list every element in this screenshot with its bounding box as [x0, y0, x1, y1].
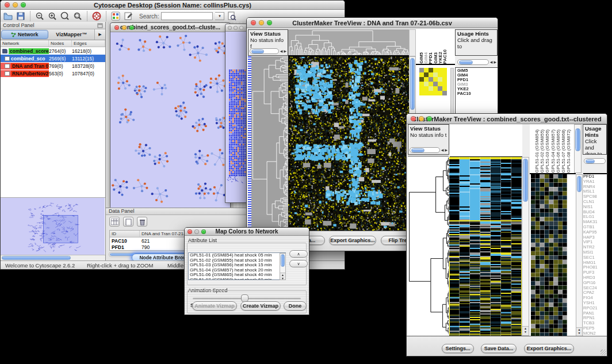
network-view-window: combined_scores_good.txt--cluste... — [110, 22, 231, 208]
minimize-icon[interactable] — [122, 25, 127, 30]
column-dendrogram[interactable] — [288, 29, 409, 56]
usage-zoom-slider[interactable] — [457, 59, 496, 65]
minimize-icon[interactable] — [194, 229, 199, 234]
search-dropdown-icon[interactable]: ▼ — [215, 12, 224, 20]
similarity-minimap[interactable] — [419, 68, 447, 95]
view-status-panel: View Status No status info t — [408, 124, 449, 155]
close-icon[interactable] — [251, 20, 256, 25]
main-titlebar[interactable]: Cytoscape Desktop (Session Name: collins… — [1, 1, 345, 10]
more-tabs-icon[interactable] — [95, 29, 105, 40]
row-label: PAC10 — [457, 91, 496, 96]
network-row[interactable]: DNA and Tran 07 769(0) 183728(0) — [1, 62, 105, 70]
row-dendrogram[interactable] — [408, 156, 449, 335]
treeview-combined-title: ClusterMaker TreeView : combined_scores_… — [407, 116, 607, 122]
zoom-slider[interactable] — [410, 147, 447, 153]
minimize-icon[interactable] — [259, 20, 264, 25]
network-type-icon — [2, 49, 7, 53]
heatmap-dna[interactable] — [288, 56, 409, 232]
control-panel-tabs: Network VizMapper™ — [1, 29, 105, 40]
close-icon[interactable] — [228, 26, 232, 30]
usage-hints-panel: Usage Hints Click and drag to — [583, 124, 607, 155]
save-data-button[interactable]: Save Data... — [481, 344, 517, 353]
control-panel: Control Panel Network VizMapper™ Network… — [1, 22, 106, 260]
animate-vizmap-button[interactable]: Animate Vizmap — [192, 301, 237, 311]
resize-grip[interactable] — [600, 350, 606, 355]
float-panel-icon[interactable] — [97, 23, 103, 28]
zoom-window-icon[interactable] — [21, 2, 26, 7]
tab-vizmapper[interactable]: VizMapper™ — [49, 29, 95, 40]
zoom-slider[interactable] — [250, 48, 286, 54]
search-input[interactable] — [161, 12, 213, 20]
zoom-region-icon[interactable] — [72, 11, 83, 21]
zoom-window-icon[interactable] — [239, 26, 243, 30]
dialog-titlebar[interactable]: Map Colors to Network — [185, 228, 309, 236]
column-labels-scrollbar[interactable] — [574, 124, 582, 173]
treeview-combined-buttonbar: Settings... Save Data... Export Graphics… — [407, 336, 607, 356]
close-icon[interactable] — [5, 2, 10, 7]
save-session-icon[interactable] — [16, 11, 26, 21]
usage-zoom-slider[interactable] — [584, 158, 606, 164]
minimize-icon[interactable] — [13, 2, 18, 7]
zoom-out-icon[interactable] — [35, 11, 45, 21]
birdseye-view[interactable] — [1, 197, 105, 255]
attribute-list-scrollbar[interactable] — [280, 253, 286, 280]
close-icon[interactable] — [188, 229, 192, 234]
column-label: GPL51-04 (GSM857) — [550, 129, 556, 173]
status-zoom-hint: Right-click + drag to ZOOM — [87, 262, 153, 269]
heatmap-combined[interactable] — [449, 157, 522, 336]
zoom-in-icon[interactable] — [47, 11, 58, 21]
zoom-window-icon[interactable] — [267, 20, 272, 25]
tab-network[interactable]: Network — [1, 30, 48, 39]
view-status-panel: View Status No status info f — [248, 29, 288, 56]
column-label: GIM3 — [433, 52, 438, 64]
network-row[interactable]: combined_scores 2764(0) 16218(0) — [1, 47, 105, 55]
search-label: Search: — [139, 13, 159, 20]
column-label: GPL51-08 (GSM872) — [566, 129, 571, 173]
grid-window-titlebar[interactable] — [225, 24, 247, 32]
close-icon[interactable] — [114, 25, 119, 30]
filter-icon[interactable] — [227, 11, 237, 21]
settings-button[interactable]: Settings... — [442, 344, 474, 353]
treeview-dna-titlebar[interactable]: ClusterMaker TreeView : DNA and Tran 07-… — [247, 18, 498, 28]
zoom-window-icon[interactable] — [129, 25, 134, 30]
desktop: Cytoscape Desktop (Session Name: collins… — [0, 0, 612, 364]
zoom-window-icon[interactable] — [427, 116, 432, 121]
minimize-icon[interactable] — [234, 26, 238, 30]
help-lifesaver-icon[interactable] — [91, 11, 102, 21]
network-row[interactable]: RNAPuberNov2+ 563(0) 107847(0) — [1, 70, 105, 77]
attribute-list[interactable]: GPL51-01 (GSM854) heat shock 05 minGPL51… — [188, 252, 286, 280]
network-row[interactable]: combined_sco 2569(6) 13112(15) — [1, 55, 105, 62]
column-label: PFD1 — [428, 52, 433, 64]
zoom-window-icon[interactable] — [201, 229, 206, 234]
delete-attribute-icon[interactable] — [137, 217, 147, 227]
top-scroll-strip[interactable] — [409, 29, 416, 56]
attribute-table-icon[interactable] — [109, 217, 120, 227]
treeview-combined-titlebar[interactable]: ClusterMaker TreeView : combined_scores_… — [407, 114, 607, 124]
zoom-heatmap[interactable] — [531, 174, 567, 337]
status-welcome: Welcome to Cytoscape 2.6.2 — [5, 262, 75, 269]
move-down-button[interactable]: ∨ — [289, 260, 308, 267]
network-canvas[interactable] — [110, 32, 230, 208]
network-view-titlebar[interactable]: combined_scores_good.txt--cluste... — [110, 23, 230, 32]
create-vizmap-button[interactable]: Create Vizmap — [240, 301, 281, 311]
annotation-icon[interactable] — [123, 11, 133, 21]
treeview-combined-window: ClusterMaker TreeView : combined_scores_… — [406, 113, 607, 357]
grid-network-canvas[interactable] — [225, 32, 247, 202]
zoom-heatmap-scrollbar[interactable] — [576, 174, 583, 337]
new-attribute-icon[interactable] — [123, 217, 133, 227]
heatmap-vscrollbar[interactable] — [522, 157, 529, 336]
row-dendrogram[interactable] — [251, 56, 288, 232]
attribute-item[interactable]: GPL51-07 (GSM868) heat shock 60 min — [189, 278, 285, 281]
column-label: GPL51-03 (GSM856) — [545, 129, 550, 173]
open-session-icon[interactable] — [3, 11, 13, 21]
control-panel-hscrollbar[interactable] — [1, 255, 105, 260]
close-icon[interactable] — [411, 116, 416, 121]
export-graphics-button[interactable]: Export Graphics... — [329, 236, 376, 245]
move-up-button[interactable]: ∧ — [289, 250, 308, 258]
done-button[interactable]: Done — [284, 301, 307, 311]
window-controls[interactable] — [5, 2, 26, 7]
export-graphics-button[interactable]: Export Graphics... — [524, 344, 574, 353]
zoom-fit-icon[interactable] — [60, 11, 70, 21]
minimize-icon[interactable] — [419, 116, 424, 121]
vizmap-icon[interactable] — [110, 11, 121, 21]
